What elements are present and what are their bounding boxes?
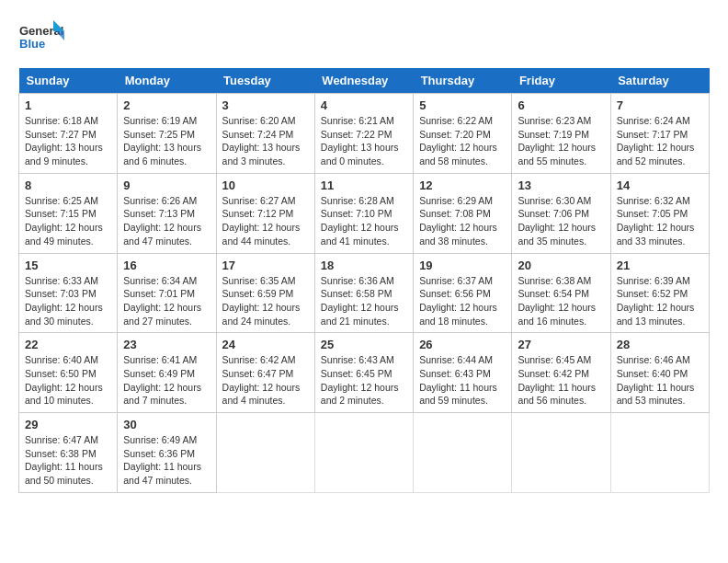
calendar-day-8: 8 Sunrise: 6:25 AM Sunset: 7:15 PM Dayli… [19, 173, 118, 253]
empty-cell [216, 413, 314, 493]
day-info: Sunrise: 6:44 AM Sunset: 6:43 PM Dayligh… [419, 353, 506, 408]
calendar-day-29: 29 Sunrise: 6:47 AM Sunset: 6:38 PM Dayl… [19, 413, 118, 493]
calendar-day-10: 10 Sunrise: 6:27 AM Sunset: 7:12 PM Dayl… [216, 173, 314, 253]
day-info: Sunrise: 6:35 AM Sunset: 6:59 PM Dayligh… [222, 274, 309, 328]
day-number: 29 [25, 418, 111, 431]
empty-cell [512, 413, 610, 493]
calendar-day-27: 27 Sunrise: 6:45 AM Sunset: 6:42 PM Dayl… [512, 333, 610, 413]
day-info: Sunrise: 6:20 AM Sunset: 7:24 PM Dayligh… [222, 114, 309, 168]
day-info: Sunrise: 6:46 AM Sunset: 6:40 PM Dayligh… [617, 353, 703, 408]
empty-cell [414, 413, 512, 493]
day-number: 9 [123, 178, 210, 192]
day-number: 28 [617, 338, 703, 351]
day-number: 25 [321, 338, 407, 351]
day-info: Sunrise: 6:24 AM Sunset: 7:17 PM Dayligh… [617, 114, 703, 168]
calendar-day-3: 3 Sunrise: 6:20 AM Sunset: 7:24 PM Dayli… [216, 94, 314, 174]
calendar-day-20: 20 Sunrise: 6:38 AM Sunset: 6:54 PM Dayl… [512, 253, 610, 333]
calendar-day-11: 11 Sunrise: 6:28 AM Sunset: 7:10 PM Dayl… [314, 173, 413, 253]
calendar-day-16: 16 Sunrise: 6:34 AM Sunset: 7:01 PM Dayl… [118, 253, 216, 333]
day-info: Sunrise: 6:39 AM Sunset: 6:52 PM Dayligh… [617, 274, 703, 328]
calendar-day-5: 5 Sunrise: 6:22 AM Sunset: 7:20 PM Dayli… [414, 94, 512, 174]
day-number: 8 [25, 178, 111, 192]
weekday-header-friday: Friday [512, 68, 610, 94]
calendar-day-7: 7 Sunrise: 6:24 AM Sunset: 7:17 PM Dayli… [610, 94, 709, 174]
day-number: 17 [222, 259, 309, 272]
day-number: 13 [518, 178, 604, 192]
day-info: Sunrise: 6:38 AM Sunset: 6:54 PM Dayligh… [518, 274, 604, 328]
day-info: Sunrise: 6:18 AM Sunset: 7:27 PM Dayligh… [25, 114, 111, 168]
calendar-day-1: 1 Sunrise: 6:18 AM Sunset: 7:27 PM Dayli… [19, 94, 118, 174]
calendar-day-15: 15 Sunrise: 6:33 AM Sunset: 7:03 PM Dayl… [19, 253, 118, 333]
weekday-header-wednesday: Wednesday [314, 68, 413, 94]
weekday-header-sunday: Sunday [19, 68, 118, 94]
day-number: 2 [123, 98, 210, 112]
day-info: Sunrise: 6:43 AM Sunset: 6:45 PM Dayligh… [321, 353, 407, 408]
day-number: 21 [617, 259, 703, 272]
day-number: 4 [321, 98, 407, 112]
calendar-table: SundayMondayTuesdayWednesdayThursdayFrid… [18, 68, 710, 493]
day-number: 18 [321, 259, 407, 272]
day-info: Sunrise: 6:45 AM Sunset: 6:42 PM Dayligh… [518, 353, 604, 408]
calendar-day-12: 12 Sunrise: 6:29 AM Sunset: 7:08 PM Dayl… [414, 173, 512, 253]
weekday-header-row: SundayMondayTuesdayWednesdayThursdayFrid… [19, 68, 710, 94]
empty-cell [610, 413, 709, 493]
day-info: Sunrise: 6:22 AM Sunset: 7:20 PM Dayligh… [419, 114, 506, 168]
weekday-header-saturday: Saturday [610, 68, 709, 94]
weekday-header-tuesday: Tuesday [216, 68, 314, 94]
day-number: 15 [25, 259, 111, 272]
week-row-2: 8 Sunrise: 6:25 AM Sunset: 7:15 PM Dayli… [19, 173, 710, 253]
calendar-day-26: 26 Sunrise: 6:44 AM Sunset: 6:43 PM Dayl… [414, 333, 512, 413]
day-number: 23 [123, 338, 210, 351]
empty-cell [314, 413, 413, 493]
day-info: Sunrise: 6:29 AM Sunset: 7:08 PM Dayligh… [419, 194, 506, 248]
day-info: Sunrise: 6:21 AM Sunset: 7:22 PM Dayligh… [321, 114, 407, 168]
calendar-day-24: 24 Sunrise: 6:42 AM Sunset: 6:47 PM Dayl… [216, 333, 314, 413]
page-header: General Blue [18, 18, 710, 59]
day-number: 10 [222, 178, 309, 192]
calendar-day-4: 4 Sunrise: 6:21 AM Sunset: 7:22 PM Dayli… [314, 94, 413, 174]
calendar-day-19: 19 Sunrise: 6:37 AM Sunset: 6:56 PM Dayl… [414, 253, 512, 333]
day-info: Sunrise: 6:30 AM Sunset: 7:06 PM Dayligh… [518, 194, 604, 248]
calendar-day-28: 28 Sunrise: 6:46 AM Sunset: 6:40 PM Dayl… [610, 333, 709, 413]
day-info: Sunrise: 6:34 AM Sunset: 7:01 PM Dayligh… [123, 274, 210, 328]
calendar-day-6: 6 Sunrise: 6:23 AM Sunset: 7:19 PM Dayli… [512, 94, 610, 174]
day-number: 19 [419, 259, 506, 272]
day-info: Sunrise: 6:26 AM Sunset: 7:13 PM Dayligh… [123, 194, 210, 248]
week-row-5: 29 Sunrise: 6:47 AM Sunset: 6:38 PM Dayl… [19, 413, 710, 493]
day-info: Sunrise: 6:19 AM Sunset: 7:25 PM Dayligh… [123, 114, 210, 168]
calendar-day-2: 2 Sunrise: 6:19 AM Sunset: 7:25 PM Dayli… [118, 94, 216, 174]
calendar-day-9: 9 Sunrise: 6:26 AM Sunset: 7:13 PM Dayli… [118, 173, 216, 253]
logo-svg: General Blue [18, 18, 64, 59]
week-row-3: 15 Sunrise: 6:33 AM Sunset: 7:03 PM Dayl… [19, 253, 710, 333]
day-number: 1 [25, 98, 111, 112]
day-info: Sunrise: 6:37 AM Sunset: 6:56 PM Dayligh… [419, 274, 506, 328]
day-info: Sunrise: 6:40 AM Sunset: 6:50 PM Dayligh… [25, 353, 111, 408]
calendar-day-21: 21 Sunrise: 6:39 AM Sunset: 6:52 PM Dayl… [610, 253, 709, 333]
week-row-1: 1 Sunrise: 6:18 AM Sunset: 7:27 PM Dayli… [19, 94, 710, 174]
day-number: 14 [617, 178, 703, 192]
day-number: 3 [222, 98, 309, 112]
day-info: Sunrise: 6:27 AM Sunset: 7:12 PM Dayligh… [222, 194, 309, 248]
logo: General Blue [18, 18, 64, 59]
calendar-day-25: 25 Sunrise: 6:43 AM Sunset: 6:45 PM Dayl… [314, 333, 413, 413]
calendar-day-22: 22 Sunrise: 6:40 AM Sunset: 6:50 PM Dayl… [19, 333, 118, 413]
calendar-day-13: 13 Sunrise: 6:30 AM Sunset: 7:06 PM Dayl… [512, 173, 610, 253]
week-row-4: 22 Sunrise: 6:40 AM Sunset: 6:50 PM Dayl… [19, 333, 710, 413]
weekday-header-thursday: Thursday [414, 68, 512, 94]
day-info: Sunrise: 6:36 AM Sunset: 6:58 PM Dayligh… [321, 274, 407, 328]
day-number: 5 [419, 98, 506, 112]
day-number: 7 [617, 98, 703, 112]
day-info: Sunrise: 6:28 AM Sunset: 7:10 PM Dayligh… [321, 194, 407, 248]
day-number: 24 [222, 338, 309, 351]
day-info: Sunrise: 6:23 AM Sunset: 7:19 PM Dayligh… [518, 114, 604, 168]
day-number: 30 [123, 418, 210, 431]
calendar-day-30: 30 Sunrise: 6:49 AM Sunset: 6:36 PM Dayl… [118, 413, 216, 493]
day-info: Sunrise: 6:32 AM Sunset: 7:05 PM Dayligh… [617, 194, 703, 248]
day-number: 12 [419, 178, 506, 192]
weekday-header-monday: Monday [118, 68, 216, 94]
day-info: Sunrise: 6:33 AM Sunset: 7:03 PM Dayligh… [25, 274, 111, 328]
day-number: 20 [518, 259, 604, 272]
calendar-day-14: 14 Sunrise: 6:32 AM Sunset: 7:05 PM Dayl… [610, 173, 709, 253]
day-number: 16 [123, 259, 210, 272]
day-info: Sunrise: 6:25 AM Sunset: 7:15 PM Dayligh… [25, 194, 111, 248]
